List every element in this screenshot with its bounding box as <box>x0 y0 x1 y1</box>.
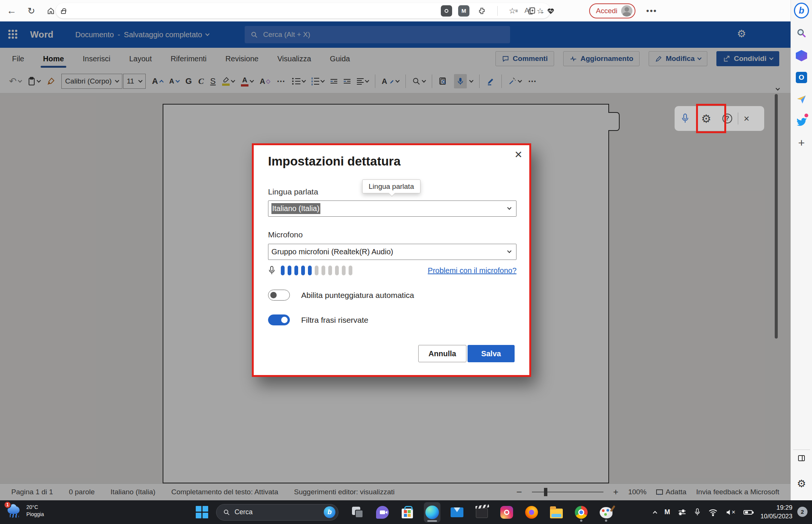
tray-settings-sliders-icon[interactable] <box>678 509 686 516</box>
favorites-bar-icon[interactable]: ☆≡ <box>507 5 519 17</box>
mic-level-bar <box>321 266 325 275</box>
start-button[interactable] <box>196 506 209 519</box>
microphone-value: Gruppo microfoni (Realtek(R) Audio) <box>271 248 393 256</box>
task-view-icon <box>352 507 363 518</box>
clock-date: 10/05/2023 <box>760 513 792 520</box>
dictation-close-icon[interactable]: × <box>738 113 755 125</box>
sidebar-add-icon[interactable]: + <box>794 135 809 150</box>
microsoft-store-button[interactable] <box>399 502 416 522</box>
volume-muted-icon[interactable]: ✕ <box>725 509 736 516</box>
signin-label: Accedi <box>596 7 617 15</box>
mic-level-bar <box>328 266 332 275</box>
extension-m-icon[interactable]: M <box>458 5 469 17</box>
mail-button[interactable] <box>449 502 465 522</box>
weather-temp: 20°C <box>26 504 38 510</box>
chrome-button[interactable] <box>573 502 590 522</box>
browser-essentials-icon[interactable] <box>544 5 557 17</box>
language-select[interactable]: Italiano (Italia) <box>268 200 516 217</box>
wifi-icon[interactable] <box>708 509 718 516</box>
refresh-icon[interactable]: ↻ <box>25 5 38 17</box>
mic-level-bar <box>349 266 352 275</box>
weather-widget[interactable]: 1 20°C Pioggia <box>5 503 44 518</box>
auto-punctuation-row: Abilita punteggiatura automatica <box>268 290 414 301</box>
microphone-problems-link[interactable]: Problemi con il microfono? <box>428 266 516 275</box>
folder-icon <box>550 509 563 518</box>
back-icon[interactable]: ← <box>5 5 18 17</box>
video-editor-button[interactable] <box>474 502 490 522</box>
notification-dot <box>804 114 808 117</box>
outlook-icon[interactable]: O <box>794 70 809 85</box>
twitter-icon[interactable] <box>794 114 809 129</box>
mic-level-icon <box>268 265 276 276</box>
home-icon[interactable] <box>44 5 57 17</box>
mic-level-bar <box>335 266 339 275</box>
extensions-puzzle-icon[interactable] <box>475 5 488 17</box>
tray-mic-icon[interactable] <box>694 508 701 516</box>
cancel-button[interactable]: Annulla <box>418 345 466 362</box>
split-screen-icon[interactable] <box>794 451 809 466</box>
taskbar-search-placeholder: Cerca <box>235 508 253 516</box>
signin-button[interactable]: Accedi <box>589 3 635 18</box>
mic-level-row: Problemi con il microfono? <box>268 265 516 276</box>
dictation-mic-button[interactable] <box>675 113 696 124</box>
tray-m-icon[interactable]: M <box>664 508 670 516</box>
teams-chat-button[interactable] <box>374 502 391 522</box>
language-label: Lingua parlata <box>268 187 318 196</box>
bing-icon: b <box>324 506 335 518</box>
store-icon <box>402 509 413 518</box>
firefox-icon <box>525 506 538 519</box>
battery-icon[interactable] <box>743 510 753 515</box>
extension-media-icon[interactable] <box>441 5 452 17</box>
tooltip: Lingua parlata <box>362 179 420 193</box>
taskbar-clock[interactable]: 19:29 10/05/2023 <box>760 504 792 521</box>
collections-icon[interactable] <box>526 5 538 17</box>
filter-sensitive-toggle[interactable] <box>268 314 290 325</box>
mic-icon <box>681 113 689 124</box>
paint-button[interactable] <box>598 502 614 522</box>
notification-count-badge[interactable]: 2 <box>797 507 807 517</box>
mic-level-bars <box>281 266 352 275</box>
dialog-close-icon[interactable]: ✕ <box>514 149 523 161</box>
edge-button[interactable] <box>424 502 440 522</box>
drop-icon[interactable] <box>794 92 809 107</box>
weather-icon: 1 <box>5 503 23 518</box>
mic-level-bar <box>308 266 312 275</box>
screen: ← ↻ A) ☆+ M ☆≡ Accedi <box>0 0 812 524</box>
firefox-button[interactable] <box>523 502 540 522</box>
mic-level-bar <box>294 266 298 275</box>
annotation-box-gear <box>696 104 726 133</box>
mic-level-bar <box>315 266 318 275</box>
tray-expand-icon[interactable] <box>653 511 657 515</box>
more-menu-icon[interactable]: ••• <box>645 5 658 17</box>
sidebar-settings-icon[interactable]: ⚙ <box>794 476 809 491</box>
save-button[interactable]: Salva <box>468 345 515 362</box>
system-tray: M ✕ <box>654 500 753 524</box>
chat-icon <box>376 506 389 519</box>
windows-taskbar: 1 20°C Pioggia Cerca b <box>0 500 812 524</box>
mic-level-bar <box>342 266 346 275</box>
filter-sensitive-row: Filtra frasi riservate <box>268 314 369 325</box>
paint-icon <box>600 507 612 518</box>
microsoft-365-icon[interactable] <box>794 48 809 63</box>
weather-badge: 1 <box>4 501 11 509</box>
clapperboard-icon <box>476 508 488 518</box>
file-explorer-button[interactable] <box>548 502 565 522</box>
avatar <box>621 5 632 17</box>
microphone-label: Microfono <box>268 230 303 239</box>
chrome-icon <box>575 506 588 519</box>
bing-chat-icon[interactable]: b <box>794 3 809 18</box>
taskbar-search[interactable]: Cerca b <box>216 504 338 521</box>
taskbar-search-icon <box>223 509 230 516</box>
instagram-button[interactable] <box>498 502 515 522</box>
mic-level-bar <box>288 266 291 275</box>
tooltip-arrow <box>389 190 395 197</box>
mic-level-bar <box>281 266 285 275</box>
microphone-select[interactable]: Gruppo microfoni (Realtek(R) Audio) <box>268 244 516 260</box>
task-view-button[interactable] <box>349 502 366 522</box>
auto-punctuation-toggle[interactable] <box>268 290 290 301</box>
dialog-title: Impostazioni dettatura <box>268 154 401 169</box>
auto-punctuation-label: Abilita punteggiatura automatica <box>301 291 414 300</box>
language-value: Italiano (Italia) <box>271 203 320 214</box>
sidebar-search-icon[interactable] <box>794 26 809 41</box>
mic-level-bar <box>301 266 305 275</box>
